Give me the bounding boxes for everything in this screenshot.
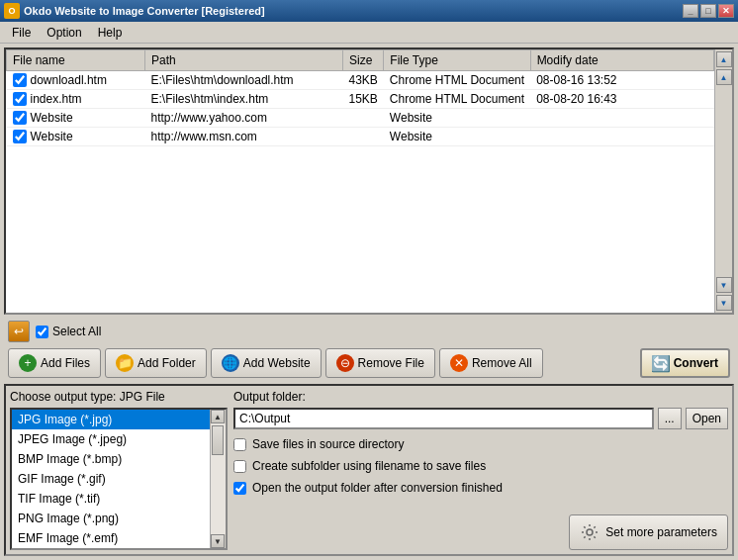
size-0: 43KB: [343, 71, 384, 90]
scroll-top-bottom[interactable]: ▲: [716, 69, 732, 85]
open-button[interactable]: Open: [686, 408, 728, 429]
create-subfolder-label: Create subfolder using filename to save …: [252, 459, 486, 473]
filename-3: Website: [31, 130, 73, 143]
remove-file-icon: ⊖: [336, 354, 354, 372]
remove-all-icon: ✕: [450, 354, 468, 372]
svg-point-0: [587, 529, 593, 535]
scroll-bottom-bottom[interactable]: ▼: [716, 295, 732, 311]
scroll-bottom-top[interactable]: ▼: [716, 277, 732, 293]
add-folder-button[interactable]: 📁 Add Folder: [105, 348, 207, 378]
modified-1: 08-08-20 16:43: [530, 90, 713, 109]
col-size: Size: [343, 50, 384, 71]
file-list-container: File name Path Size File Type Modify dat…: [4, 47, 734, 315]
path-2: http://www.yahoo.com: [145, 109, 343, 128]
row-checkbox-2[interactable]: [13, 111, 27, 125]
toolbar: + Add Files 📁 Add Folder 🌐 Add Website ⊖…: [4, 348, 734, 380]
table-row[interactable]: Website http://www.msn.com Website: [7, 128, 714, 146]
modified-2: [530, 109, 713, 128]
type-2: Website: [384, 109, 530, 128]
minimize-button[interactable]: _: [683, 4, 698, 18]
title-bar: O Okdo Website to Image Converter [Regis…: [0, 0, 738, 22]
open-after-checkbox[interactable]: [233, 482, 246, 495]
col-filename: File name: [7, 50, 145, 71]
list-item[interactable]: GIF Image (*.gif): [12, 469, 210, 489]
type-3: Website: [384, 128, 530, 146]
create-subfolder-checkbox[interactable]: [233, 460, 246, 473]
add-website-button[interactable]: 🌐 Add Website: [211, 348, 322, 378]
col-modified: Modify date: [530, 50, 713, 71]
output-folder-label: Output folder:: [233, 390, 728, 404]
list-item[interactable]: JPEG Image (*.jpeg): [12, 429, 210, 449]
open-after-row: Open the output folder after conversion …: [233, 481, 728, 495]
set-params-label: Set more parameters: [605, 525, 717, 539]
row-checkbox-3[interactable]: [13, 130, 27, 143]
table-row[interactable]: index.htm E:\Files\htm\index.htm 15KB Ch…: [7, 90, 714, 109]
select-all-label: Select All: [52, 325, 101, 338]
path-3: http://www.msn.com: [145, 128, 343, 146]
list-item[interactable]: JPG Image (*.jpg): [12, 410, 210, 429]
title-bar-controls: _ □ ✕: [683, 4, 734, 18]
output-type-scrollbar: ▲ ▼: [210, 410, 226, 548]
col-filetype: File Type: [384, 50, 530, 71]
menu-help[interactable]: Help: [90, 24, 131, 42]
table-row[interactable]: Website http://www.yahoo.com Website: [7, 109, 714, 128]
save-in-source-checkbox[interactable]: [233, 438, 246, 451]
create-subfolder-row: Create subfolder using filename to save …: [233, 459, 728, 473]
list-item[interactable]: TIF Image (*.tif): [12, 489, 210, 509]
maximize-button[interactable]: □: [700, 4, 716, 18]
open-after-label: Open the output folder after conversion …: [252, 481, 503, 495]
menu-file[interactable]: File: [4, 24, 39, 42]
table-row[interactable]: downloadl.htm E:\Files\htm\downloadl.htm…: [7, 71, 714, 90]
row-checkbox-1[interactable]: [13, 92, 27, 106]
bottom-panel: Choose output type: JPG File JPG Image (…: [4, 384, 734, 556]
output-folder-row: Output folder: ... Open: [233, 390, 728, 429]
scroll-top-top[interactable]: ▲: [716, 51, 732, 67]
modified-0: 08-08-16 13:52: [530, 71, 713, 90]
file-table-wrapper: File name Path Size File Type Modify dat…: [6, 49, 714, 313]
window-title: Okdo Website to Image Converter [Registe…: [24, 5, 265, 17]
list-scroll-down[interactable]: ▼: [211, 534, 225, 548]
convert-icon: 🔄: [652, 354, 670, 372]
list-item[interactable]: BMP Image (*.bmp): [12, 449, 210, 469]
list-item[interactable]: PNG Image (*.png): [12, 509, 210, 528]
add-files-icon: +: [19, 354, 37, 372]
app-icon: O: [4, 3, 20, 19]
size-3: [343, 128, 384, 146]
scroll-track: [211, 423, 226, 534]
modified-3: [530, 128, 713, 146]
row-checkbox-0[interactable]: [13, 73, 27, 87]
path-0: E:\Files\htm\downloadl.htm: [145, 71, 343, 90]
output-folder-input[interactable]: [233, 408, 654, 429]
close-button[interactable]: ✕: [718, 4, 734, 18]
back-button[interactable]: ↩: [8, 321, 30, 342]
select-all-checkbox[interactable]: [36, 326, 48, 338]
size-2: [343, 109, 384, 128]
main-content: File name Path Size File Type Modify dat…: [0, 44, 738, 560]
size-1: 15KB: [343, 90, 384, 109]
list-scroll-up[interactable]: ▲: [211, 410, 225, 423]
convert-button[interactable]: 🔄 Convert: [640, 348, 730, 378]
col-path: Path: [145, 50, 343, 71]
list-item[interactable]: EMF Image (*.emf): [12, 528, 210, 548]
add-files-button[interactable]: + Add Files: [8, 348, 101, 378]
remove-file-button[interactable]: ⊖ Remove File: [325, 348, 435, 378]
filename-0: downloadl.htm: [31, 73, 107, 87]
select-all-row: ↩ Select All: [4, 319, 734, 344]
browse-button[interactable]: ...: [658, 408, 682, 429]
scroll-thumb[interactable]: [212, 425, 224, 455]
add-folder-icon: 📁: [116, 354, 134, 372]
set-params-button[interactable]: Set more parameters: [569, 514, 728, 550]
select-all-check[interactable]: Select All: [36, 325, 101, 338]
add-website-icon: 🌐: [222, 354, 239, 372]
output-type-list-container: JPG Image (*.jpg) JPEG Image (*.jpeg) BM…: [10, 408, 228, 550]
output-type-section: Choose output type: JPG File JPG Image (…: [10, 390, 228, 550]
output-type-value: JPG File: [120, 390, 165, 404]
save-in-source-row: Save files in source directory: [233, 437, 728, 451]
menu-option[interactable]: Option: [39, 24, 89, 42]
file-list-scrollbar: ▲ ▲ ▼ ▼: [714, 49, 732, 313]
remove-all-button[interactable]: ✕ Remove All: [439, 348, 543, 378]
type-0: Chrome HTML Document: [384, 71, 530, 90]
output-type-list: JPG Image (*.jpg) JPEG Image (*.jpeg) BM…: [12, 410, 210, 548]
filename-1: index.htm: [31, 92, 82, 106]
save-in-source-label: Save files in source directory: [252, 437, 404, 451]
